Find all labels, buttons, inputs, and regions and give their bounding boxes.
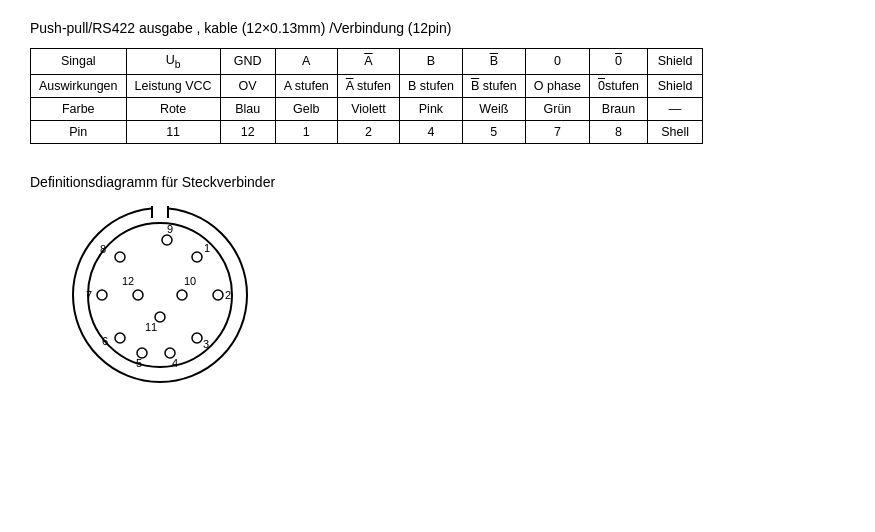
col-gnd: GND [220, 49, 275, 75]
cell-ov: OV [220, 74, 275, 97]
svg-point-23 [177, 290, 187, 300]
cell-farbe: Farbe [31, 97, 127, 120]
cell-0-bar-stufen: 0stufen [590, 74, 648, 97]
cell-shell: Shell [648, 120, 703, 143]
cell-leistung: Leistung VCC [126, 74, 220, 97]
col-0-bar: 0 [590, 49, 648, 75]
svg-text:9: 9 [167, 223, 173, 235]
table-row: Pin 11 12 1 2 4 5 7 8 Shell [31, 120, 703, 143]
cell-a-bar-stufen: A stufen [337, 74, 399, 97]
svg-point-17 [97, 290, 107, 300]
cell-pin-4: 4 [400, 120, 463, 143]
svg-point-21 [162, 235, 172, 245]
cell-pin-1: 1 [275, 120, 337, 143]
cell-shield-val: Shield [648, 74, 703, 97]
svg-point-4 [88, 223, 232, 367]
cell-weiss: Weiß [462, 97, 525, 120]
table-row: Farbe Rote Blau Gelb Violett Pink Weiß G… [31, 97, 703, 120]
cell-a-stufen: A stufen [275, 74, 337, 97]
table-row: Auswirkungen Leistung VCC OV A stufen A … [31, 74, 703, 97]
svg-rect-1 [152, 206, 168, 218]
cell-blau: Blau [220, 97, 275, 120]
col-a: A [275, 49, 337, 75]
cell-violett: Violett [337, 97, 399, 120]
cell-pin-7: 7 [525, 120, 589, 143]
cell-rote: Rote [126, 97, 220, 120]
svg-point-9 [192, 333, 202, 343]
svg-point-7 [213, 290, 223, 300]
cell-gruen: Grün [525, 97, 589, 120]
connector-svg: 1 2 3 4 5 6 7 8 9 [70, 205, 250, 385]
svg-text:12: 12 [122, 275, 134, 287]
col-0: 0 [525, 49, 589, 75]
page-title: Push-pull/RS422 ausgabe , kable (12×0.13… [30, 20, 845, 36]
connector-visual: 1 2 3 4 5 6 7 8 9 [70, 205, 250, 385]
svg-text:10: 10 [184, 275, 196, 287]
svg-text:2: 2 [225, 289, 231, 301]
signal-table: Singal Ub GND A A B B 0 0 Shield Auswirk… [30, 48, 703, 144]
svg-point-19 [115, 252, 125, 262]
svg-point-27 [133, 290, 143, 300]
col-ub: Ub [126, 49, 220, 75]
col-singal: Singal [31, 49, 127, 75]
svg-text:8: 8 [100, 243, 106, 255]
cell-pin-11: 11 [126, 120, 220, 143]
table-header-row: Singal Ub GND A A B B 0 0 Shield [31, 49, 703, 75]
svg-text:3: 3 [203, 338, 209, 350]
cell-pin-2: 2 [337, 120, 399, 143]
cell-pin-5: 5 [462, 120, 525, 143]
cell-dash: — [648, 97, 703, 120]
connector-title: Definitionsdiagramm für Steckverbinder [30, 174, 275, 190]
cell-braun: Braun [590, 97, 648, 120]
cell-pin-8: 8 [590, 120, 648, 143]
cell-gelb: Gelb [275, 97, 337, 120]
svg-text:1: 1 [204, 242, 210, 254]
col-b-bar: B [462, 49, 525, 75]
col-a-bar: A [337, 49, 399, 75]
svg-text:6: 6 [102, 335, 108, 347]
cell-pin: Pin [31, 120, 127, 143]
svg-point-15 [115, 333, 125, 343]
col-shield: Shield [648, 49, 703, 75]
svg-point-5 [192, 252, 202, 262]
connector-diagram-section: Definitionsdiagramm für Steckverbinder 1… [30, 174, 845, 385]
cell-b-bar-stufen: B stufen [462, 74, 525, 97]
cell-o-phase: O phase [525, 74, 589, 97]
cell-auswirkungen: Auswirkungen [31, 74, 127, 97]
cell-pin-12: 12 [220, 120, 275, 143]
col-b: B [400, 49, 463, 75]
svg-text:4: 4 [172, 357, 178, 369]
svg-text:5: 5 [136, 357, 142, 369]
svg-text:7: 7 [86, 289, 92, 301]
svg-text:11: 11 [145, 321, 157, 333]
cell-b-stufen: B stufen [400, 74, 463, 97]
cell-pink: Pink [400, 97, 463, 120]
